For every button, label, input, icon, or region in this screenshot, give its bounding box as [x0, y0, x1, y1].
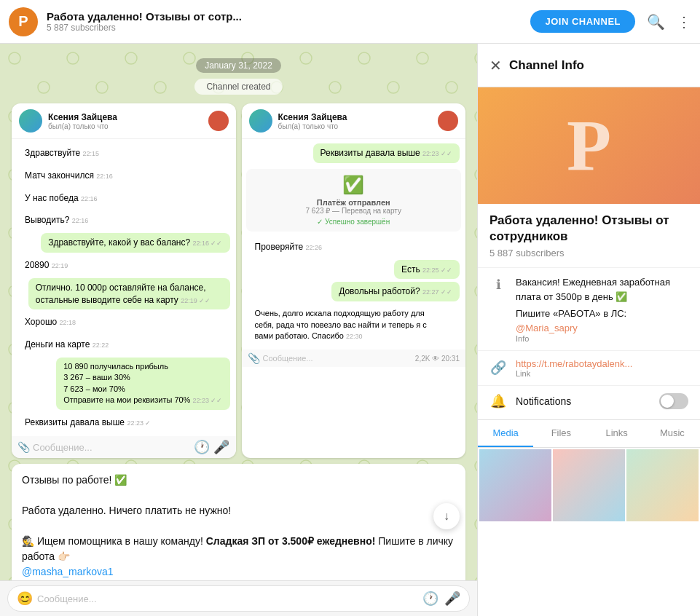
- bubble: Матч закончился 22:16: [17, 166, 120, 186]
- info-description-content: Вакансия! Ежедневная заработная плата от…: [516, 275, 688, 343]
- chat-messages: January 31, 2022 Channel created Ксения …: [0, 44, 477, 580]
- bubble: Выводить? 22:16: [17, 210, 95, 230]
- bubble: Здравствуйте 22:15: [17, 143, 106, 163]
- sc-name-2: Ксения Зайцева: [278, 112, 347, 122]
- media-thumb-3[interactable]: [626, 449, 699, 521]
- info-description-text: Вакансия! Ежедневная заработная плата от…: [516, 275, 688, 304]
- notifications-row: 🔔 Notifications: [478, 385, 700, 416]
- bubble: Проверяйте 22:26: [248, 237, 330, 257]
- sc-avatar-right-2: [438, 111, 458, 131]
- sc-stats-2: 2,2K 👁 20:31: [415, 355, 460, 363]
- media-tabs: Media Files Links Music: [478, 419, 700, 448]
- sc-status-1: был(а) только что: [48, 122, 117, 130]
- sc-header-1: Ксения Зайцева был(а) только что: [12, 103, 236, 139]
- channel-created-badge: Channel created: [12, 79, 465, 95]
- search-icon[interactable]: 🔍: [647, 13, 665, 31]
- chat-input-bar: 😊 Сообщение... 🕐 🎤: [0, 580, 477, 616]
- media-thumb-1[interactable]: [479, 449, 551, 521]
- link-label: Link: [516, 369, 688, 378]
- input-placeholder: Сообщение...: [37, 593, 418, 604]
- sc-footer-1: 📎 Сообщение... 🕐 🎤: [12, 436, 236, 458]
- sc-header-2: Ксения Зайцева был(а) только что: [242, 103, 466, 139]
- contact-label: Пишите «РАБОТА» в ЛС:: [516, 308, 626, 319]
- info-panel: ✕ Channel Info P Работа удаленно! Отзывы…: [478, 44, 700, 616]
- bubble: Здравствуйте, какой у вас баланс? 22:16 …: [41, 233, 229, 253]
- bubble: 10 890 получилась прибыль3 267 – ваши 30…: [56, 358, 229, 410]
- info-channel-name: Работа удаленно! Отзывы от сотрудников: [478, 204, 700, 248]
- close-button[interactable]: ✕: [489, 57, 502, 74]
- banner-letter: P: [567, 109, 611, 182]
- tab-links[interactable]: Links: [589, 420, 645, 447]
- sc-input-icons-1: 🕐 🎤: [194, 439, 229, 455]
- chat-input-field[interactable]: 😊 Сообщение... 🕐 🎤: [7, 585, 470, 612]
- info-panel-title: Channel Info: [509, 58, 584, 73]
- bubble: Есть 22:25 ✓✓: [394, 260, 460, 280]
- bell-icon: 🔔: [489, 393, 507, 409]
- screenshot-cards-row: Ксения Зайцева был(а) только что Здравст…: [12, 103, 465, 458]
- date-badge: January 31, 2022: [12, 58, 465, 73]
- sc-footer-2: 📎 Сообщение... 2,2K 👁 20:31: [242, 350, 466, 367]
- info-link-content: https://t.me/rabotaydalenk... Link: [516, 358, 688, 378]
- notifications-label: Notifications: [516, 395, 650, 407]
- sc-messages-2: Реквизиты давала выше 22:23 ✓✓ ✅ Платёж …: [242, 139, 466, 350]
- info-subscriber-count: 5 887 subscribers: [478, 248, 700, 267]
- screenshot-card-1: Ксения Зайцева был(а) только что Здравст…: [12, 103, 236, 458]
- contact-link[interactable]: @Maria_sapry: [516, 323, 578, 333]
- link-icon: 🔗: [489, 360, 507, 376]
- chat-area: January 31, 2022 Channel created Ксения …: [0, 44, 477, 616]
- post-card: Отзывы по работе! ✅ Работа удаленно. Нич…: [12, 464, 465, 580]
- bubble: Деньги на карте 22:22: [17, 335, 116, 355]
- sc-name-1: Ксения Зайцева: [48, 112, 117, 122]
- tab-files[interactable]: Files: [533, 420, 589, 447]
- post-link[interactable]: @masha_markova1: [22, 566, 114, 577]
- info-icon: ℹ: [489, 277, 507, 293]
- tab-media[interactable]: Media: [478, 420, 533, 447]
- header-actions: 🔍 ⋮: [647, 13, 691, 31]
- subscriber-count: 5 887 subscribers: [47, 23, 530, 33]
- bubble: 20890 22:19: [17, 256, 75, 275]
- attachment-icon-2: 📎: [248, 352, 260, 364]
- bubble: Очень, долго искала подходящую работу дл…: [248, 304, 449, 345]
- emoji-icon[interactable]: 😊: [17, 591, 33, 607]
- sc-avatar-1: [19, 109, 42, 133]
- screenshot-card-2: Ксения Зайцева был(а) только что Реквизи…: [242, 103, 466, 458]
- chat-scroll[interactable]: January 31, 2022 Channel created Ксения …: [0, 44, 477, 580]
- app-header: P Работа удаленно! Отзывы от сотр... 5 8…: [0, 0, 700, 44]
- sc-avatar-right-1: [208, 111, 229, 131]
- sc-messages-1: Здравствуйте 22:15 Матч закончился 22:16…: [12, 139, 236, 436]
- info-link-row: 🔗 https://t.me/rabotaydalenk... Link: [478, 350, 700, 385]
- tab-music[interactable]: Music: [645, 420, 700, 447]
- header-info: Работа удаленно! Отзывы от сотр... 5 887…: [47, 10, 530, 33]
- input-right-icons: 🕐 🎤: [422, 591, 460, 607]
- main-content: January 31, 2022 Channel created Ксения …: [0, 44, 700, 616]
- join-channel-button[interactable]: JOIN CHANNEL: [530, 10, 635, 33]
- bubble: Отлично. 10 000р оставляйте на балансе, …: [28, 278, 230, 310]
- bubble: Реквизиты давала выше 22:23 ✓: [17, 413, 158, 433]
- bubble: У нас победа 22:16: [17, 189, 104, 208]
- sc-status-2: был(а) только что: [278, 122, 347, 130]
- info-label: Info: [516, 334, 688, 343]
- mic-icon[interactable]: 🎤: [444, 591, 460, 607]
- post-text: Отзывы по работе! ✅ Работа удаленно. Нич…: [22, 473, 455, 580]
- media-thumb-2[interactable]: [553, 449, 625, 521]
- more-options-icon[interactable]: ⋮: [677, 13, 691, 31]
- toggle-thumb: [661, 395, 674, 408]
- sc-name-info-2: Ксения Зайцева был(а) только что: [278, 112, 347, 130]
- sc-name-info-1: Ксения Зайцева был(а) только что: [48, 112, 117, 130]
- bubble: Реквизиты давала выше 22:23 ✓✓: [313, 143, 460, 163]
- attachment-icon: 📎: [17, 441, 30, 453]
- info-header: ✕ Channel Info: [478, 44, 700, 87]
- sc-input-2: Сообщение...: [263, 354, 412, 363]
- sc-avatar-2: [249, 109, 272, 133]
- info-link-url[interactable]: https://t.me/rabotaydalenk...: [516, 358, 688, 369]
- info-description-row: ℹ Вакансия! Ежедневная заработная плата …: [478, 267, 700, 350]
- bubble: Хорошо 22:18: [17, 312, 83, 332]
- clock-icon[interactable]: 🕐: [422, 591, 439, 607]
- media-grid: [478, 448, 700, 523]
- scroll-down-button[interactable]: ↓: [433, 503, 460, 529]
- sc-input-1: Сообщение...: [33, 442, 191, 453]
- notifications-toggle[interactable]: [659, 393, 688, 409]
- info-banner: P: [478, 87, 700, 204]
- payment-notification: ✅ Платёж отправлен 7 623 ₽ — Перевод на …: [246, 169, 462, 232]
- bubble: Довольны работой? 22:27 ✓✓: [331, 282, 460, 301]
